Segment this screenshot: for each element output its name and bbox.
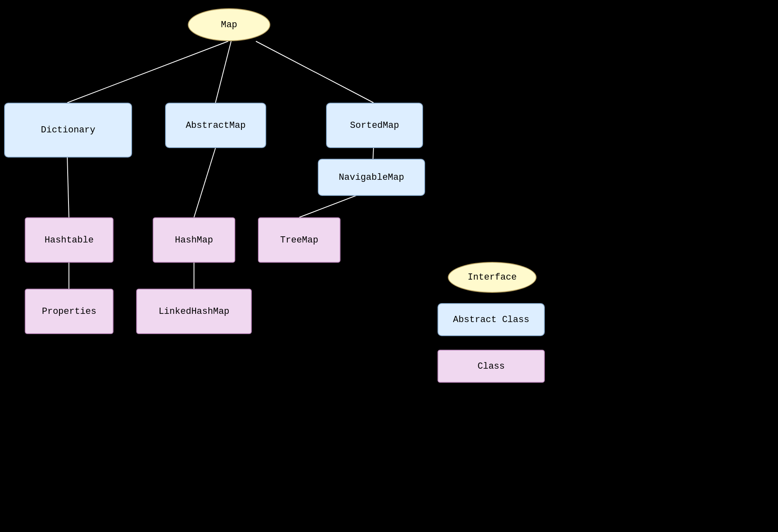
svg-line-0 (67, 41, 228, 103)
sortedmap-node: SortedMap (326, 103, 423, 148)
legend-class: Class (437, 350, 545, 383)
hashtable-node: Hashtable (25, 217, 114, 263)
treemap-node: TreeMap (258, 217, 341, 263)
abstractmap-node: AbstractMap (165, 103, 266, 148)
legend-interface: Interface (448, 262, 537, 293)
hashmap-node: HashMap (153, 217, 235, 263)
linkedhashmap-node: LinkedHashMap (136, 289, 252, 334)
svg-line-2 (256, 41, 374, 103)
svg-line-5 (194, 148, 215, 217)
svg-line-4 (67, 158, 69, 217)
dictionary-node: Dictionary (4, 103, 132, 158)
navigablemap-node: NavigableMap (318, 159, 425, 196)
legend-abstract-class: Abstract Class (437, 303, 545, 336)
properties-node: Properties (25, 289, 114, 334)
map-node: Map (188, 8, 270, 41)
svg-line-1 (215, 41, 231, 103)
